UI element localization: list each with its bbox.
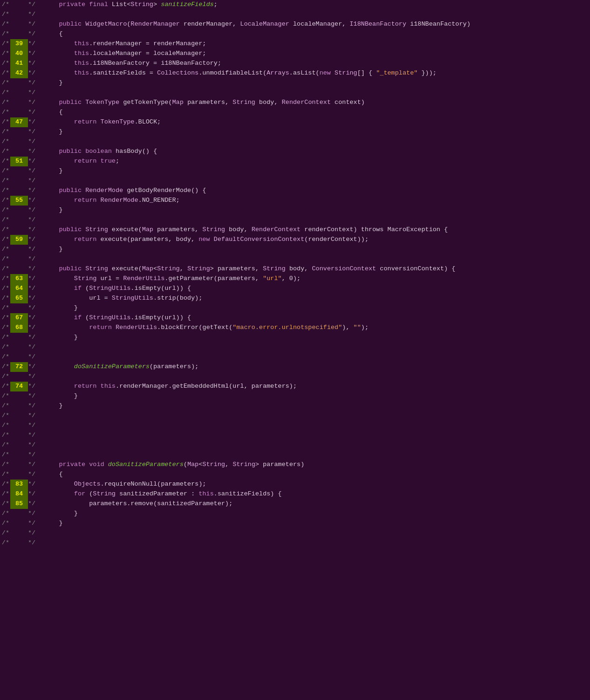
code-content: parameters.remove(sanitizedParameter); [42, 499, 590, 509]
comment-open: /* [0, 108, 10, 117]
line-gutter: /*74*/ [0, 382, 42, 391]
comment-open: /* [0, 235, 10, 245]
code-content [42, 88, 590, 98]
code-line: /**/ [0, 450, 590, 460]
code-content: public WidgetMacro(RenderManager renderM… [42, 20, 590, 29]
code-line: /**/ [0, 372, 590, 382]
line-gutter: /**/ [0, 509, 42, 519]
code-line: /*42*/ this.sanitizeFields = Collections… [0, 69, 590, 78]
line-gutter: /**/ [0, 519, 42, 528]
code-line: /**/ } [0, 245, 590, 254]
line-gutter: /**/ [0, 401, 42, 411]
code-line: /**/ [0, 215, 590, 225]
code-content: } [42, 127, 590, 137]
line-gutter: /**/ [0, 78, 42, 88]
comment-open: /* [0, 98, 10, 108]
comment-open: /* [0, 20, 10, 29]
comment-close: */ [28, 284, 38, 294]
comment-close: */ [28, 137, 38, 147]
line-number: 72 [10, 362, 28, 372]
comment-close: */ [28, 333, 38, 343]
comment-close: */ [28, 206, 38, 215]
comment-close: */ [28, 186, 38, 196]
comment-close: */ [28, 98, 38, 108]
code-content: } [42, 245, 590, 254]
line-gutter: /**/ [0, 88, 42, 98]
comment-open: /* [0, 186, 10, 196]
comment-close: */ [28, 303, 38, 313]
comment-open: /* [0, 264, 10, 274]
comment-close: */ [28, 264, 38, 274]
line-gutter: /*47*/ [0, 117, 42, 127]
code-content: return RenderUtils.blockError(getText("m… [42, 323, 590, 333]
comment-open: /* [0, 411, 10, 421]
comment-close: */ [28, 480, 38, 489]
line-gutter: /**/ [0, 98, 42, 108]
comment-open: /* [0, 440, 10, 450]
line-gutter: /*64*/ [0, 284, 42, 294]
comment-open: /* [0, 49, 10, 59]
code-line: /**/ [0, 440, 590, 450]
code-line: /*40*/ this.localeManager = localeManage… [0, 49, 590, 59]
comment-close: */ [28, 391, 38, 401]
comment-open: /* [0, 29, 10, 39]
comment-close: */ [28, 489, 38, 499]
code-line: /**/ public String execute(Map<String, S… [0, 264, 590, 274]
comment-close: */ [28, 39, 38, 49]
comment-close: */ [28, 254, 38, 264]
comment-open: /* [0, 480, 10, 489]
comment-close: */ [28, 411, 38, 421]
comment-open: /* [0, 157, 10, 166]
line-gutter: /**/ [0, 225, 42, 235]
code-line: /*65*/ url = StringUtils.strip(body); [0, 294, 590, 303]
code-line: /*83*/ Objects.requireNonNull(parameters… [0, 480, 590, 489]
comment-open: /* [0, 431, 10, 440]
code-line: /**/ [0, 343, 590, 352]
code-content: { [42, 470, 590, 480]
comment-close: */ [28, 166, 38, 176]
code-line: /*64*/ if (StringUtils.isEmpty(url)) { [0, 284, 590, 294]
comment-open: /* [0, 117, 10, 127]
code-content [42, 538, 590, 548]
comment-close: */ [28, 519, 38, 528]
comment-close: */ [28, 538, 38, 548]
comment-open: /* [0, 294, 10, 303]
comment-open: /* [0, 372, 10, 382]
code-content [42, 450, 590, 460]
comment-close: */ [28, 528, 38, 538]
code-line: /**/ public boolean hasBody() { [0, 147, 590, 157]
line-number: 68 [10, 323, 28, 333]
comment-open: /* [0, 421, 10, 431]
comment-close: */ [28, 470, 38, 480]
comment-close: */ [28, 0, 38, 10]
line-gutter: /**/ [0, 206, 42, 215]
code-content: } [42, 519, 590, 528]
code-line: /*84*/ for (String sanitizedParameter : … [0, 489, 590, 499]
line-gutter: /**/ [0, 431, 42, 440]
line-gutter: /**/ [0, 127, 42, 137]
line-gutter: /*42*/ [0, 69, 42, 78]
comment-open: /* [0, 450, 10, 460]
line-gutter: /*39*/ [0, 39, 42, 49]
comment-close: */ [28, 421, 38, 431]
comment-close: */ [28, 509, 38, 519]
line-gutter: /*72*/ [0, 362, 42, 372]
code-content: this.i18NBeanFactory = i18NBeanFactory; [42, 59, 590, 69]
comment-open: /* [0, 274, 10, 284]
code-line: /**/ [0, 254, 590, 264]
comment-open: /* [0, 313, 10, 323]
code-line: /**/ { [0, 470, 590, 480]
line-gutter: /**/ [0, 352, 42, 362]
comment-close: */ [28, 49, 38, 59]
comment-close: */ [28, 108, 38, 117]
line-gutter: /*40*/ [0, 49, 42, 59]
code-content: if (StringUtils.isEmpty(url)) { [42, 313, 590, 323]
code-line: /*68*/ return RenderUtils.blockError(get… [0, 323, 590, 333]
code-content: { [42, 29, 590, 39]
comment-close: */ [28, 362, 38, 372]
code-line: /*85*/ parameters.remove(sanitizedParame… [0, 499, 590, 509]
code-line: /**/ public String execute(Map parameter… [0, 225, 590, 235]
code-content: { [42, 108, 590, 117]
comment-open: /* [0, 460, 10, 470]
line-gutter: /**/ [0, 421, 42, 431]
